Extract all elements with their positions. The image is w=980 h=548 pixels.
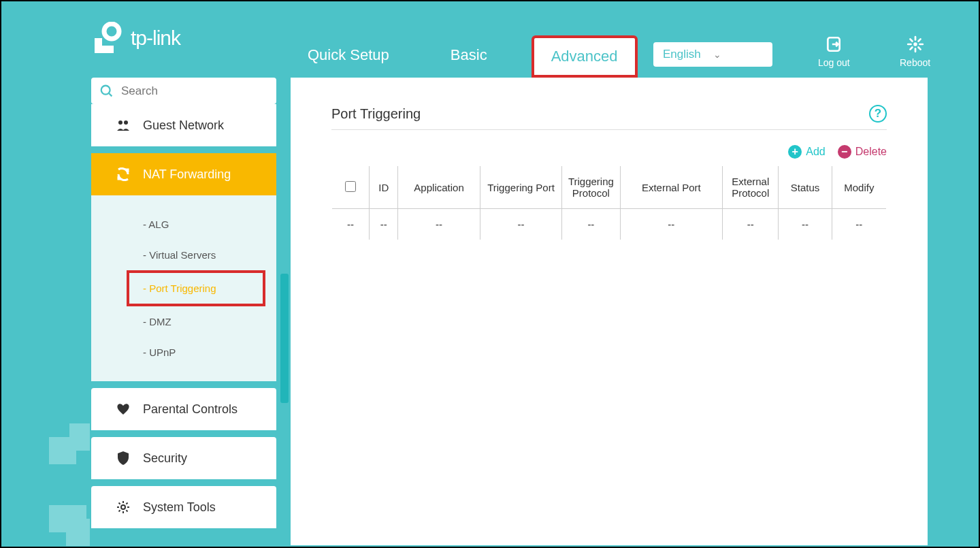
sidebar-label: Parental Controls <box>143 402 238 417</box>
empty-cell: -- <box>332 209 370 240</box>
sidebar-sub-dmz[interactable]: - DMZ <box>91 306 276 337</box>
language-select[interactable]: English ⌄ <box>653 42 772 67</box>
sidebar-sub-alg[interactable]: - ALG <box>91 209 276 240</box>
chevron-down-icon: ⌄ <box>713 49 764 60</box>
sidebar-item-parental[interactable]: Parental Controls <box>91 388 276 430</box>
sidebar-label: NAT Forwarding <box>143 167 231 182</box>
add-label: Add <box>806 146 825 158</box>
gear-icon <box>116 500 131 515</box>
delete-label: Delete <box>855 146 887 158</box>
search-icon <box>99 84 114 99</box>
svg-point-0 <box>104 24 119 39</box>
logout-button[interactable]: Log out <box>818 35 850 68</box>
tab-basic[interactable]: Basic <box>434 32 504 78</box>
search-input[interactable] <box>121 84 268 98</box>
sidebar-item-system-tools[interactable]: System Tools <box>91 486 276 528</box>
language-value: English <box>663 48 713 61</box>
sidebar-subitems: - ALG - Virtual Servers - Port Triggerin… <box>91 195 276 381</box>
svg-line-11 <box>910 48 912 50</box>
empty-cell: -- <box>832 209 886 240</box>
svg-line-14 <box>109 93 112 96</box>
minus-icon: − <box>838 145 851 159</box>
sidebar-sub-upnp[interactable]: - UPnP <box>91 337 276 368</box>
sidebar-sub-port-triggering[interactable]: - Port Triggering <box>127 270 265 306</box>
tab-quick-setup[interactable]: Quick Setup <box>291 32 406 78</box>
svg-line-10 <box>918 48 920 50</box>
table-row: -- -- -- -- -- -- -- -- -- <box>332 209 887 240</box>
reboot-button[interactable]: Reboot <box>900 35 930 68</box>
empty-cell: -- <box>620 209 723 240</box>
top-nav-tabs: Quick Setup Basic Advanced <box>291 32 638 78</box>
shield-icon <box>116 451 131 466</box>
tab-advanced[interactable]: Advanced <box>532 35 638 78</box>
col-application: Application <box>398 166 480 209</box>
col-triggering-protocol: Triggering Protocol <box>562 166 620 209</box>
logout-label: Log out <box>818 57 850 68</box>
guest-network-icon <box>116 119 131 131</box>
sidebar-item-security[interactable]: Security <box>91 437 276 479</box>
empty-cell: -- <box>723 209 779 240</box>
tplink-logo-icon <box>91 22 124 54</box>
col-external-protocol: External Protocol <box>723 166 779 209</box>
sidebar-item-nat-forwarding[interactable]: NAT Forwarding <box>91 153 276 195</box>
reboot-icon <box>906 35 924 53</box>
svg-line-12 <box>918 39 920 41</box>
parental-icon <box>116 402 131 416</box>
sidebar: Guest Network NAT Forwarding - ALG - Vir… <box>91 78 276 528</box>
add-button[interactable]: + Add <box>788 145 825 159</box>
svg-rect-2 <box>102 46 114 53</box>
svg-line-9 <box>910 39 912 41</box>
col-id: ID <box>370 166 398 209</box>
empty-cell: -- <box>398 209 480 240</box>
col-triggering-port: Triggering Port <box>480 166 561 209</box>
select-all-checkbox[interactable] <box>345 181 356 192</box>
empty-cell: -- <box>562 209 620 240</box>
sidebar-label: Guest Network <box>143 118 224 133</box>
sidebar-label: Security <box>143 451 187 466</box>
sidebar-scrollbar[interactable] <box>280 274 289 403</box>
col-modify: Modify <box>832 166 886 209</box>
search-box[interactable] <box>91 78 276 104</box>
brand-logo: tp-link <box>91 22 180 54</box>
brand-text: tp-link <box>131 27 180 50</box>
main-content: Port Triggering ? + Add − Delete ID Appl… <box>291 78 928 545</box>
svg-rect-1 <box>95 38 102 53</box>
help-icon[interactable]: ? <box>869 105 887 123</box>
svg-point-4 <box>913 42 917 46</box>
sidebar-label: System Tools <box>143 500 216 515</box>
empty-cell: -- <box>779 209 832 240</box>
empty-cell: -- <box>370 209 398 240</box>
page-title: Port Triggering <box>331 106 421 122</box>
svg-point-13 <box>101 85 110 94</box>
col-status: Status <box>779 166 832 209</box>
delete-button[interactable]: − Delete <box>838 145 887 159</box>
port-triggering-table: ID Application Triggering Port Triggerin… <box>331 165 887 240</box>
plus-icon: + <box>788 145 802 159</box>
empty-cell: -- <box>480 209 561 240</box>
svg-point-16 <box>124 120 128 125</box>
svg-point-17 <box>121 505 125 509</box>
svg-point-15 <box>118 120 122 125</box>
sidebar-sub-virtual-servers[interactable]: - Virtual Servers <box>91 240 276 270</box>
reboot-label: Reboot <box>900 57 930 68</box>
nat-forwarding-icon <box>116 167 131 181</box>
col-external-port: External Port <box>620 166 723 209</box>
sidebar-item-guest-network[interactable]: Guest Network <box>91 104 276 146</box>
logout-icon <box>825 35 843 53</box>
